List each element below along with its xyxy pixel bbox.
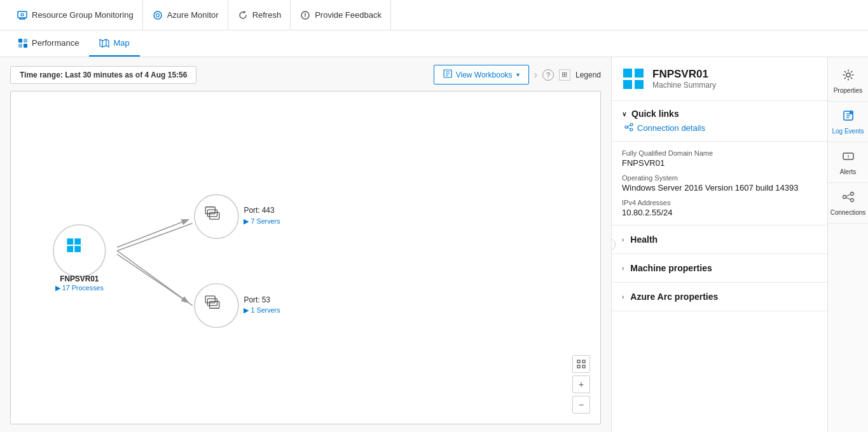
svg-rect-44: [577, 360, 580, 363]
svg-point-6: [156, 13, 159, 17]
resource-monitor-icon: [17, 10, 28, 21]
workbooks-dropdown-icon: ▾: [516, 71, 520, 78]
map-toolbar: Time range: Last 30 minutes as of 4 Aug …: [10, 65, 601, 84]
svg-rect-47: [582, 365, 585, 368]
properties-action[interactable]: Properties: [828, 62, 868, 102]
log-events-label: Log Events: [832, 128, 864, 135]
svg-point-68: [850, 199, 853, 202]
connections-icon: [842, 191, 855, 206]
time-range-value: Last 30 minutes as of 4 Aug 15:56: [65, 71, 187, 79]
svg-rect-49: [635, 69, 644, 78]
fit-map-button[interactable]: [572, 355, 590, 373]
feedback-btn[interactable]: Provide Feedback: [291, 0, 391, 30]
map-controls: + −: [572, 355, 590, 414]
quick-links-section: ∨ Quick links Connection details: [612, 101, 827, 142]
windows-logo-icon: [622, 67, 645, 90]
performance-icon: [18, 38, 28, 48]
svg-line-69: [846, 194, 850, 196]
svg-text:▶ 17 Processes: ▶ 17 Processes: [55, 284, 104, 292]
machine-properties-section-header[interactable]: › Machine properties: [612, 254, 827, 283]
top-bar: Resource Group Monitoring Azure Monitor …: [0, 0, 868, 30]
svg-rect-50: [623, 80, 632, 89]
svg-marker-14: [100, 39, 109, 47]
connection-icon: [624, 123, 633, 133]
svg-rect-12: [18, 44, 22, 48]
refresh-btn[interactable]: Refresh: [228, 0, 291, 30]
svg-line-56: [628, 128, 630, 130]
tab-map[interactable]: Map: [89, 30, 139, 57]
svg-rect-48: [623, 69, 632, 78]
svg-point-54: [630, 128, 633, 131]
map-right-controls: View Workbooks ▾ › ? ⊞ Legend: [434, 65, 601, 84]
svg-line-24: [117, 254, 188, 302]
map-area: Time range: Last 30 minutes as of 4 Aug …: [0, 57, 611, 432]
view-workbooks-button[interactable]: View Workbooks ▾: [434, 65, 529, 84]
azure-arc-section-header[interactable]: › Azure Arc properties: [612, 283, 827, 311]
azure-monitor-label: Azure Monitor: [167, 10, 219, 20]
legend-label: Legend: [575, 71, 601, 79]
health-section-header[interactable]: › Health: [612, 226, 827, 254]
feedback-icon: [300, 10, 311, 21]
quick-links-header[interactable]: ∨ Quick links: [622, 109, 817, 119]
azure-arc-label: Azure Arc properties: [630, 292, 718, 302]
resource-group-label: Resource Group Monitoring: [32, 10, 134, 20]
refresh-icon: [237, 10, 249, 21]
far-right-sidebar: Properties ! Log Events !: [827, 57, 868, 432]
connection-details-link[interactable]: Connection details: [622, 123, 817, 133]
map-icon: [99, 38, 109, 48]
svg-point-57: [846, 73, 850, 77]
main-content: Time range: Last 30 minutes as of 4 Aug …: [0, 57, 868, 432]
tabs-bar: Performance Map: [0, 30, 868, 57]
svg-line-70: [846, 198, 850, 199]
svg-text:Port: 53: Port: 53: [244, 295, 270, 304]
map-canvas[interactable]: FNPSVR01 ▶ 17 Processes Port: 443 ▶ 7 Se…: [10, 91, 601, 424]
fqdn-value: FNPSVR01: [622, 158, 817, 168]
svg-text:FNPSVR01: FNPSVR01: [60, 274, 99, 283]
machine-properties-label: Machine properties: [630, 263, 712, 273]
quick-links-title: Quick links: [631, 109, 679, 119]
log-events-icon: !: [842, 109, 855, 125]
svg-rect-45: [582, 360, 585, 363]
ipv4-value: 10.80.2.55/24: [622, 208, 817, 217]
svg-rect-10: [18, 39, 22, 43]
svg-point-52: [625, 126, 628, 128]
feedback-label: Provide Feedback: [315, 10, 382, 20]
svg-point-4: [21, 13, 24, 16]
os-value: Windows Server 2016 Version 1607 build 1…: [622, 183, 817, 192]
resource-group-monitoring-btn[interactable]: Resource Group Monitoring: [8, 0, 143, 30]
alerts-action[interactable]: ! Alerts: [828, 144, 868, 183]
ipv4-label: IPv4 Addresses: [622, 199, 817, 206]
svg-text:▶ 7 Servers: ▶ 7 Servers: [244, 217, 280, 225]
time-range-prefix: Time range:: [20, 71, 63, 79]
machine-props-chevron: ›: [622, 265, 624, 272]
svg-text:Port: 443: Port: 443: [244, 206, 274, 215]
svg-text:▶ 1 Servers: ▶ 1 Servers: [244, 306, 280, 314]
connections-action[interactable]: Connections: [828, 184, 868, 224]
svg-rect-51: [635, 80, 644, 89]
svg-point-67: [850, 192, 853, 196]
help-circle-icon[interactable]: ?: [542, 69, 554, 81]
refresh-label: Refresh: [252, 10, 282, 20]
view-workbooks-label: View Workbooks: [456, 71, 513, 79]
properties-icon: [842, 69, 855, 84]
machine-info: FNPSVR01 Machine Summary: [652, 68, 716, 90]
health-chevron: ›: [622, 236, 624, 243]
zoom-out-button[interactable]: −: [572, 396, 590, 414]
tab-map-label: Map: [113, 38, 129, 48]
svg-rect-46: [577, 365, 580, 368]
svg-point-53: [630, 123, 633, 126]
tab-performance[interactable]: Performance: [8, 30, 89, 57]
azure-monitor-btn[interactable]: Azure Monitor: [143, 0, 228, 30]
svg-text:!: !: [847, 154, 849, 159]
expand-icon[interactable]: ⊞: [559, 69, 570, 81]
quick-links-chevron: ∨: [622, 111, 626, 118]
right-panel: › FNPSVR01 Machine Summary ∨ Quick links: [611, 57, 827, 432]
svg-rect-13: [24, 44, 27, 48]
svg-point-5: [154, 11, 162, 19]
svg-point-8: [305, 16, 305, 17]
time-range-button[interactable]: Time range: Last 30 minutes as of 4 Aug …: [10, 66, 196, 84]
zoom-in-button[interactable]: +: [572, 375, 590, 393]
svg-point-66: [843, 196, 846, 199]
svg-line-55: [628, 125, 630, 127]
log-events-action[interactable]: ! Log Events: [828, 103, 868, 142]
